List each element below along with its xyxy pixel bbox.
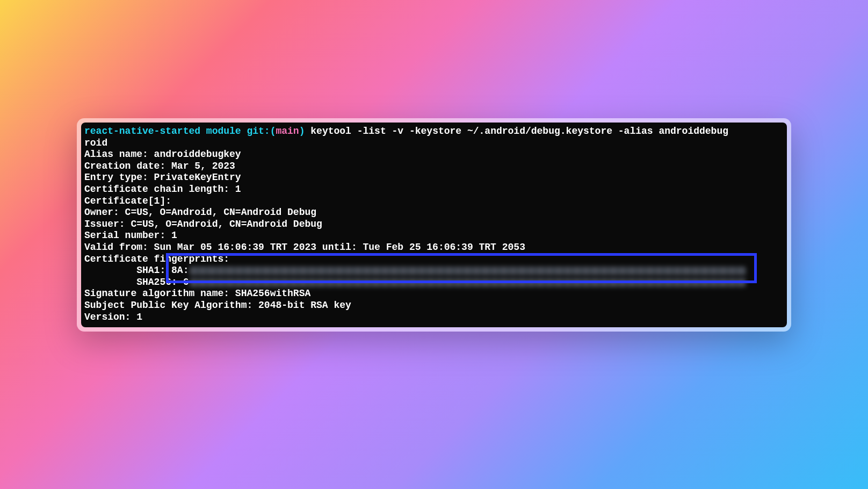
sha256-fingerprint-line: SHA256: 6 <box>81 277 787 289</box>
terminal-window-frame: react-native-started module git:(main) k… <box>77 118 791 332</box>
sha256-label: SHA256: 6 <box>84 277 189 289</box>
git-label: git:( <box>247 126 276 136</box>
terminal-output[interactable]: react-native-started module git:(main) k… <box>81 123 787 327</box>
issuer-line: Issuer: C=US, O=Android, CN=Android Debu… <box>81 219 787 231</box>
sha1-label: SHA1: 8A: <box>84 265 189 277</box>
signature-algorithm-line: Signature algorithm name: SHA256withRSA <box>81 288 787 300</box>
command-line: react-native-started module git:(main) k… <box>81 126 787 138</box>
fingerprints-header-line: Certificate fingerprints: <box>81 254 787 265</box>
valid-from-line: Valid from: Sun Mar 05 16:06:39 TRT 2023… <box>81 242 787 254</box>
command-text: keytool -list -v -keystore ~/.android/de… <box>305 126 729 136</box>
public-key-algorithm-line: Subject Public Key Algorithm: 2048-bit R… <box>81 300 787 312</box>
creation-date-line: Creation date: Mar 5, 2023 <box>81 161 787 172</box>
prompt-path: react-native-started module <box>84 126 247 136</box>
sha256-value-redacted <box>190 278 746 287</box>
entry-type-line: Entry type: PrivateKeyEntry <box>81 172 787 184</box>
sha1-fingerprint-line: SHA1: 8A: <box>81 265 787 277</box>
certificate-index-line: Certificate[1]: <box>81 196 787 207</box>
sha1-value-redacted <box>190 267 746 275</box>
version-line: Version: 1 <box>81 312 787 323</box>
output-line: roid <box>81 138 787 149</box>
chain-length-line: Certificate chain length: 1 <box>81 184 787 196</box>
serial-number-line: Serial number: 1 <box>81 230 787 242</box>
owner-line: Owner: C=US, O=Android, CN=Android Debug <box>81 207 787 219</box>
git-close: ) <box>299 126 305 136</box>
git-branch: main <box>276 126 299 136</box>
alias-name-line: Alias name: androiddebugkey <box>81 149 787 161</box>
